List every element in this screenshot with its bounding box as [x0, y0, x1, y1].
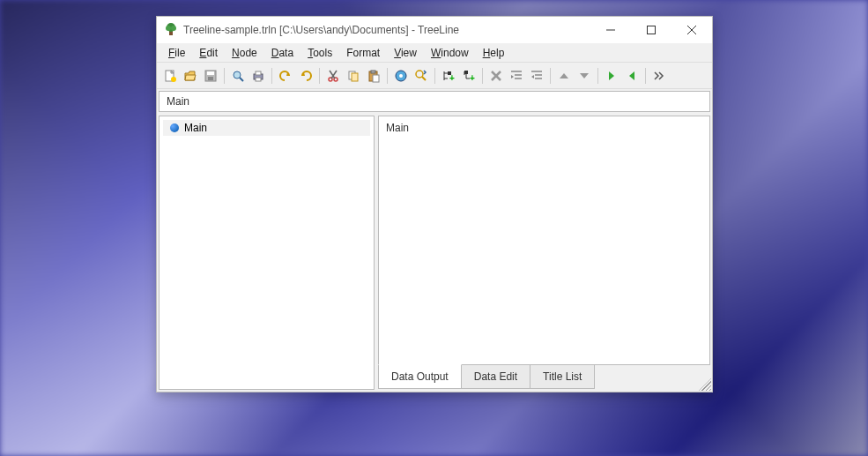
tab-title-list[interactable]: Title List: [530, 365, 595, 389]
redo-icon: [299, 69, 313, 83]
add-child-button[interactable]: +: [459, 66, 479, 86]
svg-rect-26: [373, 75, 379, 82]
menu-file[interactable]: File: [162, 45, 191, 61]
add-sibling-icon: +: [441, 69, 456, 83]
print-button[interactable]: [249, 66, 268, 86]
menubar: File Edit Node Data Tools Format View Wi…: [157, 43, 712, 63]
minimize-button[interactable]: [590, 17, 631, 43]
print-preview-button[interactable]: [228, 66, 248, 86]
window-title: Treeline-sample.trln [C:\Users\andy\Docu…: [183, 24, 590, 36]
maximize-icon: [647, 26, 656, 34]
new-file-button[interactable]: [160, 66, 180, 86]
toolbar-separator: [434, 68, 435, 84]
close-icon: [687, 26, 696, 34]
svg-point-28: [399, 74, 403, 78]
menu-data[interactable]: Data: [265, 45, 300, 61]
cut-button[interactable]: [323, 66, 343, 86]
toolbar-separator: [271, 68, 272, 84]
tree-root-item[interactable]: Main: [163, 120, 370, 136]
svg-rect-12: [208, 77, 213, 80]
menu-format[interactable]: Format: [340, 45, 386, 61]
toolbar-separator: [387, 68, 388, 84]
unindent-node-button[interactable]: [527, 66, 546, 86]
unindent-node-icon: [530, 69, 544, 83]
new-file-icon: [163, 69, 177, 83]
move-up-icon: [557, 69, 571, 83]
svg-rect-11: [207, 71, 214, 75]
menu-help[interactable]: Help: [477, 45, 511, 61]
add-sibling-button[interactable]: +: [439, 66, 458, 86]
toolbar-overflow-button[interactable]: [649, 66, 669, 86]
app-icon: [164, 23, 178, 37]
svg-point-13: [234, 71, 241, 78]
menu-view[interactable]: View: [388, 45, 423, 61]
window-controls: [590, 17, 712, 43]
menu-node[interactable]: Node: [226, 45, 263, 61]
menu-tools[interactable]: Tools: [301, 45, 338, 61]
svg-rect-17: [256, 78, 261, 81]
toolbar: + +: [157, 63, 712, 89]
close-button[interactable]: [671, 17, 712, 43]
move-up-button[interactable]: [554, 66, 574, 86]
open-file-button[interactable]: [181, 66, 200, 86]
config-types-icon: [394, 69, 408, 83]
toolbar-separator: [482, 68, 483, 84]
svg-point-3: [171, 26, 176, 31]
svg-text:+: +: [470, 73, 475, 83]
node-bullet-icon: [170, 123, 179, 132]
svg-line-14: [240, 78, 243, 81]
add-child-icon: +: [462, 69, 476, 83]
print-preview-icon: [231, 69, 245, 83]
menu-window[interactable]: Window: [425, 45, 475, 61]
tab-data-edit[interactable]: Data Edit: [461, 365, 530, 389]
config-fields-button[interactable]: [412, 66, 431, 86]
breadcrumb[interactable]: Main: [159, 91, 710, 112]
save-file-button[interactable]: [201, 66, 220, 86]
open-file-icon: [183, 69, 197, 83]
toolbar-separator: [645, 68, 646, 84]
next-node-button[interactable]: [622, 66, 642, 86]
content-area: Main Main Data Output Data Edit Title Li…: [157, 114, 712, 392]
copy-icon: [346, 69, 360, 83]
indent-node-icon: [509, 69, 523, 83]
maximize-button[interactable]: [631, 17, 671, 43]
redo-button[interactable]: [296, 66, 315, 86]
svg-rect-23: [352, 73, 358, 81]
tabbar: Data Output Data Edit Title List: [378, 365, 710, 390]
toolbar-separator: [597, 68, 598, 84]
tab-data-output[interactable]: Data Output: [378, 364, 462, 389]
svg-text:+: +: [449, 73, 455, 83]
toolbar-separator: [550, 68, 551, 84]
svg-point-9: [171, 77, 176, 82]
svg-point-2: [166, 26, 171, 31]
svg-point-29: [416, 71, 423, 78]
svg-rect-5: [648, 26, 656, 34]
prev-node-button[interactable]: [602, 66, 621, 86]
indent-node-button[interactable]: [507, 66, 526, 86]
save-file-icon: [204, 69, 218, 83]
tree-item-label: Main: [184, 122, 207, 134]
svg-line-30: [422, 77, 426, 80]
svg-rect-25: [371, 71, 375, 73]
delete-node-icon: [489, 69, 503, 83]
menu-edit[interactable]: Edit: [193, 45, 224, 61]
titlebar[interactable]: Treeline-sample.trln [C:\Users\andy\Docu…: [157, 17, 712, 43]
copy-button[interactable]: [344, 66, 363, 86]
undo-button[interactable]: [276, 66, 295, 86]
tree-pane[interactable]: Main: [159, 116, 375, 390]
app-window: Treeline-sample.trln [C:\Users\andy\Docu…: [156, 16, 713, 392]
move-down-button[interactable]: [575, 66, 594, 86]
config-fields-icon: [414, 69, 428, 83]
toolbar-separator: [319, 68, 320, 84]
right-pane: Main Data Output Data Edit Title List: [378, 116, 710, 390]
prev-node-icon: [605, 69, 619, 83]
paste-icon: [367, 69, 381, 83]
config-types-button[interactable]: [391, 66, 411, 86]
delete-node-button[interactable]: [486, 66, 506, 86]
output-heading: Main: [386, 122, 702, 134]
paste-button[interactable]: [364, 66, 383, 86]
chevron-right-double-icon: [652, 69, 666, 83]
next-node-icon: [625, 69, 639, 83]
move-down-icon: [577, 69, 591, 83]
output-view[interactable]: Main: [378, 116, 710, 365]
